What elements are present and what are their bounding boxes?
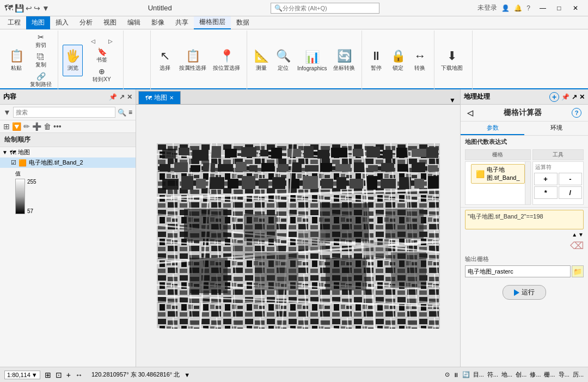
rp-float-icon[interactable]: ↗ [572, 93, 577, 101]
edit-icon[interactable]: ✏ [23, 122, 30, 131]
map-tab[interactable]: 🗺 地图 ✕ [138, 91, 181, 104]
close-tab-button[interactable]: ✕ [169, 95, 174, 101]
remove-layer-icon[interactable]: 🗑 [44, 122, 51, 131]
status-item-1[interactable]: 符... [487, 371, 498, 379]
minimize-button[interactable]: — [535, 3, 551, 14]
browse-button[interactable]: 🖐 浏览 [63, 45, 83, 76]
layer-item-raster[interactable]: ☑ 🟧 电子地图.tif_Band_2 [0, 157, 136, 168]
menu-item-insert[interactable]: 插入 [50, 16, 74, 29]
raster-scrollbar[interactable] [525, 162, 530, 204]
search-more-icon[interactable]: ≡ [128, 108, 132, 116]
back-nav-icon[interactable]: ◁ [467, 108, 473, 117]
add-layer-icon[interactable]: ➕ [32, 122, 41, 131]
filter-layers-icon[interactable]: 🔽 [12, 122, 21, 131]
back-button[interactable]: ◁ [85, 37, 101, 45]
output-path-input[interactable] [465, 265, 571, 277]
help-button[interactable]: ? [572, 108, 581, 118]
nav-icons[interactable]: ⊞ [45, 371, 51, 379]
status-item-6[interactable]: 导... [559, 371, 569, 379]
op-minus[interactable]: - [559, 173, 582, 185]
rotation-icon[interactable]: ⊙ [445, 371, 450, 378]
layer-group-map[interactable]: ▼ 🗺 地图 [0, 147, 136, 157]
help-icon[interactable]: ? [526, 4, 530, 12]
expression-area[interactable]: "电子地图.tif_Band_2"==198 [465, 210, 584, 229]
panel-close-icon[interactable]: ✕ [127, 93, 132, 101]
menu-item-imagery[interactable]: 影像 [146, 16, 170, 29]
title-search-box[interactable]: 🔍 [271, 3, 379, 14]
status-item-7[interactable]: 历... [573, 371, 584, 379]
rp-close-icon[interactable]: ✕ [579, 93, 585, 101]
convert-button[interactable]: ↔ 转换 [410, 45, 430, 76]
panel-float-icon[interactable]: ↗ [119, 93, 125, 101]
select-button[interactable]: ↖ 选择 [155, 45, 175, 76]
tab-dropdown[interactable]: ▼ [447, 96, 458, 104]
panel-pin-icon[interactable]: 📌 [109, 93, 117, 101]
search-button[interactable]: 🔍 [118, 108, 126, 117]
redo-icon[interactable]: ↪ [34, 4, 40, 13]
goto-xy-button[interactable]: ⊕ 转到XY [91, 66, 112, 84]
refresh-icon[interactable]: 🔄 [462, 371, 470, 378]
maximize-button[interactable]: □ [551, 3, 567, 14]
paste-button[interactable]: 📋 粘贴 [7, 45, 26, 76]
coord-transform-button[interactable]: 🔄 坐标转换 [331, 45, 357, 76]
menu-item-raster-layer[interactable]: 栅格图层 [194, 16, 231, 29]
menu-item-view[interactable]: 视图 [98, 16, 122, 29]
bookmark-button[interactable]: 🔖 书签 [94, 46, 110, 65]
menu-item-share[interactable]: 共享 [170, 16, 194, 29]
locate-button[interactable]: 🔍 定位 [273, 45, 293, 76]
menu-item-analysis[interactable]: 分析 [74, 16, 98, 29]
menu-item-map[interactable]: 地图 [26, 16, 50, 29]
expr-scroll-up[interactable]: ▲ [572, 232, 577, 238]
tab-params[interactable]: 参数 [461, 122, 524, 135]
menu-item-edit[interactable]: 编辑 [122, 16, 146, 29]
cut-button[interactable]: ✂ 剪切 [28, 32, 53, 50]
check-icon[interactable]: ☑ [11, 159, 16, 166]
menu-item-project[interactable]: 工程 [2, 16, 26, 29]
undo-icon[interactable]: ↩ [26, 4, 32, 13]
zoom-out-icon[interactable]: ↔ [75, 371, 83, 379]
status-item-2[interactable]: 地... [501, 371, 512, 379]
op-divide[interactable]: / [559, 186, 582, 199]
select-by-attr-button[interactable]: 📋 按属性选择 [177, 45, 209, 76]
status-item-4[interactable]: 修... [530, 371, 541, 379]
op-multiply[interactable]: * [534, 186, 558, 199]
toolbar-more-icon[interactable]: ••• [53, 122, 62, 131]
op-plus[interactable]: + [534, 173, 558, 185]
select-by-loc-button[interactable]: 📍 按位置选择 [211, 45, 242, 76]
bell-icon[interactable]: 🔔 [514, 4, 522, 12]
download-map-button[interactable]: ⬇ 下载地图 [439, 45, 465, 76]
save-icon[interactable]: 💾 [15, 4, 24, 13]
layer-search-input[interactable] [13, 107, 115, 118]
add-tool-button[interactable]: + [549, 92, 559, 102]
scale-selector[interactable]: 1:80,114 ▼ [4, 371, 40, 379]
status-item-0[interactable]: 目... [473, 371, 484, 379]
tab-env[interactable]: 环境 [524, 122, 588, 135]
run-button[interactable]: 运行 [503, 285, 546, 300]
output-folder-button[interactable]: 📁 [572, 265, 584, 277]
copy-path-button[interactable]: 🔗 复制路径 [28, 71, 53, 89]
menu-item-data[interactable]: 数据 [231, 16, 255, 29]
lock-button[interactable]: 🔒 锁定 [388, 45, 408, 76]
map-container[interactable] [136, 105, 460, 367]
raster-layer-item[interactable]: 🟨 电子地图.tif_Band_ [471, 164, 525, 184]
pause-status-icon[interactable]: ⏸ [453, 372, 459, 378]
zoom-in-icon[interactable]: + [66, 371, 71, 379]
coord-dropdown-icon[interactable]: ▼ [184, 372, 190, 378]
more-icon[interactable]: ▼ [42, 4, 50, 13]
infographics-button[interactable]: 📊 Infographics [295, 45, 329, 76]
close-button[interactable]: ✕ [567, 3, 584, 14]
eraser-icon[interactable]: ⌫ [570, 240, 584, 252]
status-item-3[interactable]: 创... [516, 371, 526, 379]
forward-button[interactable]: ▷ [102, 37, 119, 45]
measure-button[interactable]: 📐 测量 [252, 45, 271, 76]
user-icon[interactable]: 👤 [501, 4, 510, 12]
filter-icon[interactable]: ▼ [3, 108, 11, 117]
expr-scroll-down[interactable]: ▼ [578, 232, 584, 238]
pause-button[interactable]: ⏸ 暂停 [366, 45, 386, 76]
search-input[interactable] [283, 5, 370, 11]
extent-icon[interactable]: ⊡ [56, 371, 62, 379]
status-item-5[interactable]: 栅... [544, 371, 555, 379]
table-icon[interactable]: ⊞ [3, 122, 10, 131]
copy-button[interactable]: ⿻ 复制 [28, 51, 53, 70]
rp-pin-icon[interactable]: 📌 [561, 93, 569, 101]
